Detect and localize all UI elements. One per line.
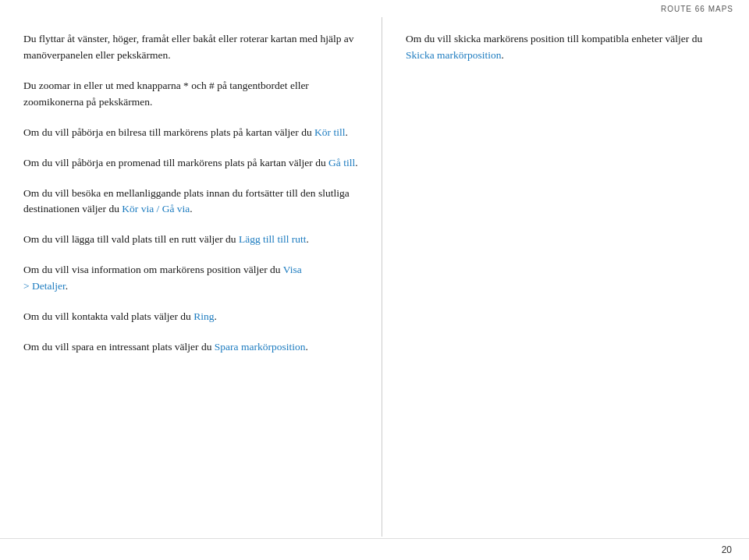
right-column: Om du vill skicka markörens position til… [382,17,749,537]
kor-via-link[interactable]: Kör via / Gå via [122,203,190,214]
text-block-para7: Om du vill visa information om markörens… [23,262,358,295]
text-block-rpara1: Om du vill skicka markörens position til… [406,31,726,64]
para5-text: Om du vill besöka en mellanliggande plat… [23,186,358,218]
kor-till-link[interactable]: Kör till [314,126,345,138]
skicka-markorposition-link[interactable]: Skicka markörposition [406,49,502,61]
ga-till-link[interactable]: Gå till [328,157,355,168]
para3-text: Om du vill påbörja en bilresa till markö… [23,125,358,141]
para9-text: Om du vill spara en intressant plats väl… [23,339,358,356]
left-column: Du flyttar åt vänster, höger, framåt ell… [0,17,382,537]
header-title: Route 66 Maps [661,5,733,13]
rpara1-text: Om du vill skicka markörens position til… [406,31,726,64]
text-block-para8: Om du vill kontakta vald plats väljer du… [23,309,358,325]
para7-text: Om du vill visa information om markörens… [23,262,358,295]
para8-text: Om du vill kontakta vald plats väljer du… [23,309,358,325]
text-block-para2: Du zoomar in eller ut med knapparna * oc… [23,78,358,111]
text-block-para6: Om du vill lägga till vald plats till en… [23,232,358,248]
text-block-para1: Du flyttar åt vänster, höger, framåt ell… [23,31,358,64]
text-block-para4: Om du vill påbörja en promenad till mark… [23,155,358,172]
content-area: Du flyttar åt vänster, höger, framåt ell… [0,17,749,537]
para1-text: Du flyttar åt vänster, höger, framåt ell… [23,31,358,64]
para2-text: Du zoomar in eller ut med knapparna * oc… [23,78,358,111]
lagg-till-rutt-link[interactable]: Lägg till till rutt [239,233,307,245]
text-block-para9: Om du vill spara en intressant plats väl… [23,339,358,356]
page-number: 20 [722,544,732,555]
text-block-para5: Om du vill besöka en mellanliggande plat… [23,186,358,218]
para6-text: Om du vill lägga till vald plats till en… [23,232,358,248]
spara-markorposition-link[interactable]: Spara markörposition [215,341,306,353]
visa-detaljer-link[interactable]: Visa> Detaljer [23,264,302,292]
ring-link[interactable]: Ring [193,310,214,322]
para4-text: Om du vill påbörja en promenad till mark… [23,155,358,172]
text-block-para3: Om du vill påbörja en bilresa till markö… [23,125,358,141]
page-header: Route 66 Maps [0,0,749,16]
page-footer: 20 [0,538,749,560]
